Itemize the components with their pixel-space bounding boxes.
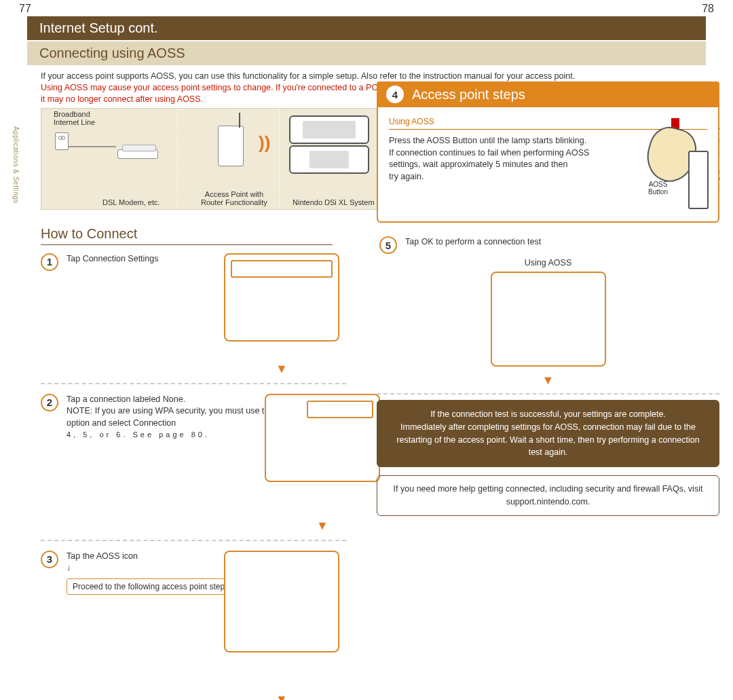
page-numbers: 77 78 bbox=[0, 0, 733, 16]
screen-mock bbox=[491, 272, 606, 367]
step-5: 5 Tap OK to perform a connection test bbox=[379, 236, 719, 254]
label-modem: DSL Modem, etc. bbox=[102, 198, 160, 206]
label-ds: Nintendo DSi XL System bbox=[293, 198, 375, 206]
help-box: If you need more help getting connected,… bbox=[377, 475, 719, 516]
step-1: 1 Tap Connection Settings bbox=[41, 253, 346, 271]
right-column: 4 Access point steps Using AOSS Press th… bbox=[377, 81, 719, 523]
step-main: Tap the AOSS icon bbox=[67, 551, 138, 561]
cable-line bbox=[69, 146, 116, 147]
ap-illustration: AOSS Button bbox=[607, 128, 709, 209]
dashed-divider bbox=[41, 540, 346, 541]
step-text: Tap OK to perform a connection test bbox=[405, 236, 541, 248]
step-text: Tap Connection Settings bbox=[67, 253, 159, 265]
ds-console-icon bbox=[289, 115, 371, 175]
access-point-banner: 4 Access point steps bbox=[377, 81, 719, 107]
how-to-connect-title: How to Connect bbox=[41, 226, 333, 245]
arrow-down-icon: ▼ bbox=[265, 519, 380, 533]
step-main: Tap a connection labeled None. bbox=[67, 394, 185, 404]
arrow: ↓ bbox=[67, 563, 71, 572]
arrow-down-icon: ▼ bbox=[224, 693, 339, 700]
arrow-down-icon: ▼ bbox=[377, 373, 719, 388]
screen-mock bbox=[224, 253, 339, 342]
header-bar: Internet Setup cont. bbox=[27, 16, 706, 40]
router-icon bbox=[688, 151, 709, 209]
arrow-down-icon: ▼ bbox=[224, 362, 339, 376]
page-right: 78 bbox=[702, 3, 714, 15]
wifi-icon: )) bbox=[259, 132, 270, 153]
step-number: 5 bbox=[379, 236, 397, 254]
sub-header-bar: Connecting using AOSS bbox=[27, 41, 706, 65]
ap-text: Press the AOSS Button until the lamp sta… bbox=[389, 135, 593, 183]
ap-title: Access point steps bbox=[412, 87, 525, 103]
label-broadband: Broadband Internet Line bbox=[54, 110, 95, 126]
divider bbox=[279, 109, 280, 209]
step-3: 3 Tap the AOSS icon ↓ Proceed to the fol… bbox=[41, 551, 346, 595]
dashed-divider bbox=[41, 383, 346, 384]
aoss-button-label: AOSS Button bbox=[648, 181, 668, 196]
access-point-body: Using AOSS Press the AOSS Button until t… bbox=[377, 107, 719, 223]
page-left: 77 bbox=[19, 3, 31, 15]
step-2: 2 Tap a connection labeled None. NOTE: I… bbox=[41, 394, 346, 441]
wall-outlet-icon bbox=[55, 132, 69, 150]
highlighted-button bbox=[307, 401, 373, 418]
label-router: Access Point with Router Functionality bbox=[201, 190, 267, 206]
modem-icon bbox=[117, 149, 158, 159]
success-box: If the connection test is successful, yo… bbox=[377, 400, 719, 467]
screen-mock bbox=[224, 551, 339, 652]
network-diagram: Broadband Internet Line )) DSL Modem, et… bbox=[41, 108, 394, 210]
step-number: 2 bbox=[41, 394, 58, 411]
step-text: Tap the AOSS icon ↓ Proceed to the follo… bbox=[67, 551, 237, 595]
step5-caption: Using AOSS bbox=[377, 258, 719, 268]
intro-line: If your access point supports AOSS, you … bbox=[41, 71, 575, 81]
dashed-divider bbox=[377, 393, 719, 394]
step-number: 4 bbox=[386, 86, 404, 103]
divider bbox=[177, 109, 178, 209]
router-icon bbox=[218, 126, 244, 166]
intro-warning-2: it may no longer connect after using AOS… bbox=[41, 94, 203, 104]
side-tab-left: Applications & Settings bbox=[12, 126, 20, 204]
step-note-2: 4, 5, or 6. See page 80. bbox=[67, 430, 210, 439]
screen-mock bbox=[265, 394, 380, 482]
step-number: 1 bbox=[41, 253, 58, 271]
step-number: 3 bbox=[41, 551, 58, 568]
proceed-note: Proceed to the following access point st… bbox=[67, 578, 237, 595]
highlighted-button bbox=[231, 260, 333, 278]
